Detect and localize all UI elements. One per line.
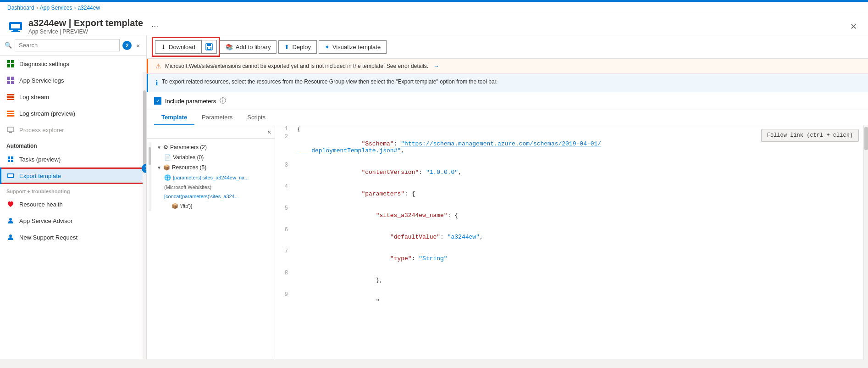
breadcrumb-resource[interactable]: a3244ew: [77, 5, 100, 11]
download-button[interactable]: ⬇ Download: [155, 40, 201, 54]
chevron-down-icon: ▼: [157, 165, 161, 170]
tree-item-concat-resource[interactable]: [concat(parameters('sites_a324...: [153, 192, 273, 201]
tree-item-label: Parameters (2): [170, 144, 207, 151]
close-button[interactable]: ✕: [846, 20, 861, 33]
tasks-icon: [6, 155, 15, 163]
sidebar-scrollbar[interactable]: [143, 72, 146, 359]
code-panel[interactable]: Follow link (ctrl + click) 1 { 2 "$schem…: [275, 125, 868, 359]
sidebar-label: Process explorer: [19, 127, 64, 134]
sidebar-label: App Service Advisor: [19, 217, 72, 224]
search-input[interactable]: [15, 39, 120, 51]
error-details-link[interactable]: →: [434, 63, 439, 69]
sidebar-item-process-explorer: Process explorer: [0, 122, 146, 138]
save-icon: [205, 43, 213, 50]
tree-item-label: Resources (5): [172, 164, 206, 171]
tree-panel: « ▼ ⚙ Parameters (2): [147, 125, 275, 359]
more-options-button[interactable]: ···: [148, 20, 162, 33]
visualize-icon: ✦: [325, 44, 330, 50]
info-message: To export related resources, select the …: [162, 78, 498, 85]
chevron-down-icon: ▼: [157, 145, 161, 150]
svg-rect-18: [7, 127, 14, 132]
search-container: 🔍 2 «: [0, 35, 146, 56]
globe-icon: 🌐: [164, 174, 171, 181]
breadcrumb: Dashboard › App Services › a3244ew: [0, 2, 868, 14]
svg-rect-16: [7, 113, 14, 114]
library-icon: 📚: [226, 44, 233, 50]
tree-header: «: [147, 125, 275, 139]
params-row: ✓ Include parameters ⓘ: [147, 92, 868, 110]
sidebar-item-log-stream-preview[interactable]: Log stream (preview): [0, 105, 146, 122]
svg-rect-31: [208, 47, 210, 49]
sidebar-label: Tasks (preview): [19, 156, 61, 163]
sidebar-item-app-service-advisor[interactable]: App Service Advisor: [0, 212, 146, 229]
save-to-library-icon-button[interactable]: [201, 40, 217, 54]
sidebar-collapse-button[interactable]: «: [134, 41, 142, 50]
support-section-label: Support + troubleshooting: [0, 184, 146, 196]
sidebar-item-export-template[interactable]: Export template 1: [0, 167, 146, 184]
breadcrumb-dashboard[interactable]: Dashboard: [7, 5, 34, 11]
svg-rect-13: [7, 96, 14, 98]
tree-item-label: [concat(parameters('sites_a324...: [164, 194, 239, 199]
svg-point-26: [9, 218, 12, 221]
log-stream-preview-icon: [6, 109, 15, 117]
automation-section-label: Automation: [0, 138, 146, 151]
visualize-template-button[interactable]: ✦ Visualize template: [319, 40, 387, 54]
tree-left-scrollbar[interactable]: [149, 142, 151, 211]
svg-rect-17: [7, 115, 14, 117]
code-scrollbar[interactable]: [863, 125, 868, 359]
sidebar-item-log-stream[interactable]: Log stream: [0, 89, 146, 105]
content-split: « ▼ ⚙ Parameters (2): [147, 125, 868, 359]
svg-rect-1: [11, 24, 20, 28]
sidebar-item-new-support-request[interactable]: New Support Request: [0, 229, 146, 245]
svg-rect-7: [11, 64, 14, 67]
sidebar-label: Log stream (preview): [19, 110, 75, 117]
sidebar-label: New Support Request: [19, 234, 77, 241]
alert-message: Microsoft.Web/sites/extensions cannot be…: [165, 63, 428, 69]
code-line-5: 5 "sites_a3244ew_name": {: [275, 205, 868, 226]
svg-rect-12: [7, 94, 14, 95]
include-parameters-checkbox[interactable]: ✓: [154, 97, 161, 105]
sidebar-item-resource-health[interactable]: Resource health: [0, 196, 146, 212]
resource-icon: [7, 18, 24, 35]
sidebar-scrollbar-thumb: [143, 90, 146, 173]
sidebar-item-app-service-logs[interactable]: App Service logs: [0, 72, 146, 89]
tab-parameters[interactable]: Parameters: [194, 110, 240, 125]
sidebar-item-tasks-preview[interactable]: Tasks (preview): [0, 151, 146, 167]
sidebar-item-diagnostic-settings[interactable]: Diagnostic settings: [0, 56, 146, 72]
app-service-logs-icon: [6, 76, 15, 84]
deploy-label: Deploy: [292, 44, 310, 50]
tree-item-ftp-resource[interactable]: 📦 '/ftp')]: [153, 201, 273, 211]
add-to-library-button[interactable]: 📚 Add to library: [220, 40, 277, 54]
tree-item-sites-resource[interactable]: 🌐 [parameters('sites_a3244ew_na...: [153, 173, 273, 183]
breadcrumb-app-services[interactable]: App Services: [40, 5, 72, 11]
header-bar: a3244ew | Export template App Service | …: [0, 14, 868, 35]
tree-item-variables[interactable]: 📄 Variables (0): [153, 152, 273, 162]
params-info-icon[interactable]: ⓘ: [220, 97, 226, 105]
diagnostic-settings-icon: [6, 60, 15, 68]
svg-rect-9: [11, 77, 14, 80]
code-line-3: 3 "contentVersion": "1.0.0.0",: [275, 162, 868, 183]
warning-icon: ⚠: [155, 62, 161, 70]
sidebar-label: Log stream: [19, 94, 49, 100]
svg-rect-4: [7, 60, 10, 63]
code-scrollbar-thumb: [864, 127, 868, 150]
search-icon: 🔍: [5, 42, 12, 49]
sidebar-label: Diagnostic settings: [19, 61, 69, 67]
tree-item-resources[interactable]: ▼ 📦 Resources (5): [153, 162, 273, 173]
info-icon: ℹ: [155, 79, 158, 87]
resource-box-icon: 📦: [171, 203, 178, 209]
tree-item-parameters[interactable]: ▼ ⚙ Parameters (2): [153, 142, 273, 152]
toolbar: ⬇ Download 📚 Add to library ⬆: [147, 35, 868, 59]
sidebar: 🔍 2 « Diagnostic settings App Service lo…: [0, 35, 147, 359]
deploy-button[interactable]: ⬆ Deploy: [278, 40, 316, 54]
download-icon: ⬇: [161, 44, 166, 50]
code-line-6: 6 "defaultValue": "a3244ew",: [275, 226, 868, 248]
download-label: Download: [169, 44, 195, 50]
resources-icon: 📦: [163, 164, 170, 171]
tree-collapse-button[interactable]: «: [267, 128, 271, 135]
content-area: ⬇ Download 📚 Add to library ⬆: [147, 35, 868, 359]
svg-rect-11: [11, 81, 14, 84]
tab-template[interactable]: Template: [154, 110, 194, 125]
tab-scripts[interactable]: Scripts: [240, 110, 273, 125]
alert-banner: ⚠ Microsoft.Web/sites/extensions cannot …: [147, 59, 868, 74]
